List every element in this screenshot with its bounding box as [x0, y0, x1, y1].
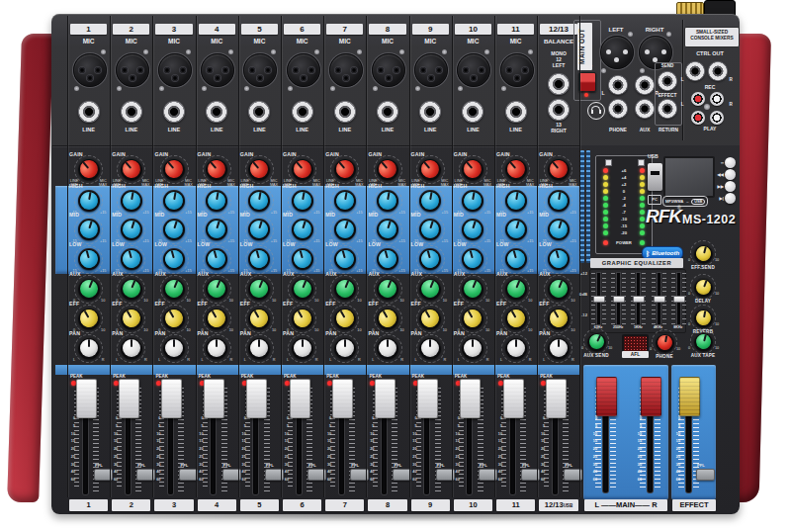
fader-scale-value: 20 — [370, 447, 374, 451]
channel-2-fader-cap[interactable] — [119, 379, 139, 418]
channel-12-13-fader-cap[interactable] — [546, 379, 567, 418]
channel-6-fader-cap[interactable] — [290, 379, 310, 418]
fader-scale-value: 10 — [638, 432, 642, 436]
channel-8-fader-cap[interactable] — [375, 379, 396, 418]
fader-scale-value: 5 — [244, 424, 246, 428]
aux-send-knob[interactable] — [584, 329, 608, 353]
knob-bezel — [78, 158, 100, 180]
fader-scale-value: 30 — [593, 463, 597, 467]
knob-rotor — [507, 339, 525, 357]
knob-scale-max: 10 — [97, 328, 109, 332]
channel-1-fader-cap[interactable] — [76, 379, 97, 418]
fader-scale-value: 15 — [285, 439, 289, 443]
phone-knob[interactable] — [653, 330, 676, 354]
knob-rotor — [121, 248, 142, 270]
master-knob-label: EFF.SEND — [683, 265, 723, 270]
aux-tape-knob[interactable] — [691, 329, 715, 353]
fader-scale-value: 10 — [242, 432, 246, 436]
fader-scale-value: 60 — [242, 478, 246, 482]
knob-scale-max: R — [97, 358, 109, 362]
meter-led-left — [603, 196, 608, 201]
channel-4-fader-cap[interactable] — [204, 379, 224, 418]
knob-scale-max: +15 — [567, 239, 578, 243]
knob-bezel — [163, 278, 185, 300]
mic-label: MIC — [323, 39, 366, 45]
play-pause-button[interactable] — [725, 193, 736, 204]
effect-pfl-button[interactable] — [696, 469, 715, 481]
knob-rotor — [464, 339, 482, 357]
knob-bezel — [587, 332, 606, 351]
knob-scale-min: L — [282, 358, 294, 362]
xlr-pin — [428, 75, 434, 81]
fader-scale-value: 40 — [638, 470, 642, 474]
channel-10-pan-label: PAN — [454, 330, 465, 336]
channel-4-aux-label: AUX — [198, 271, 210, 277]
headphone-icon — [587, 102, 605, 120]
effect-fader-cap[interactable] — [679, 377, 700, 416]
channel-7-fader-cap[interactable] — [332, 379, 353, 418]
fader-scale-value: 40 — [593, 470, 597, 474]
phantom-power-switch[interactable] — [578, 72, 596, 92]
channel-1-aux-label: AUX — [69, 271, 81, 277]
main-left-fader-cap[interactable] — [596, 377, 617, 416]
fader-scale-value: 60 — [71, 478, 75, 482]
mic-label: MIC — [494, 39, 537, 45]
main-right-fader-cap[interactable] — [641, 377, 661, 416]
fader-scale-value: 15 — [541, 439, 545, 443]
fader-scale-value: 15 — [71, 439, 75, 443]
meter-led-left — [603, 217, 608, 222]
knob-bezel — [505, 190, 527, 212]
next-button[interactable] — [725, 181, 736, 192]
xlr-pin — [164, 67, 170, 73]
channel-11-fader-cap[interactable] — [503, 379, 524, 418]
eff-send-knob[interactable] — [691, 241, 715, 265]
knob-cap — [694, 332, 712, 350]
fader-scale-value: 10 — [541, 432, 545, 436]
channel-11-fader-strip: PEAK0510152025304060PFL — [494, 371, 537, 499]
xlr-pin — [351, 67, 357, 73]
fader-scale-value: 20 — [541, 447, 545, 451]
fader-scale-value: 25 — [114, 455, 118, 459]
channel-8-pan-label: PAN — [368, 330, 379, 336]
knob-scale-max: +15 — [97, 211, 109, 215]
knob-scale-max: +15 — [482, 211, 493, 215]
previous-button[interactable] — [725, 169, 736, 180]
mic-label: MIC — [281, 39, 323, 45]
knob-bezel — [78, 308, 100, 329]
line-jack — [163, 101, 185, 123]
repeat-button[interactable] — [725, 157, 736, 168]
knob-cap — [121, 248, 142, 270]
fader-scale-value: 30 — [199, 463, 203, 467]
channel-3-fader-cap[interactable] — [161, 379, 182, 418]
reverb-knob[interactable] — [691, 306, 715, 329]
knob-bezel — [505, 248, 527, 270]
channel-5-fader-cap[interactable] — [246, 379, 267, 418]
mic-xlr-connector — [329, 53, 363, 87]
eq-band-cap[interactable] — [654, 296, 665, 303]
knob-scale-max: MIC MAX — [353, 179, 365, 187]
xlr-pin — [394, 67, 399, 73]
channel-5-input-strip: 5MICLINE — [238, 15, 281, 145]
channel-6-eff-label: EFF — [283, 301, 293, 307]
xlr-pin — [436, 67, 442, 73]
knob-scale-max: 10 — [396, 299, 408, 303]
channel-6-mid-label: MID — [283, 212, 293, 218]
xlr-pin — [420, 67, 426, 73]
knob-cap — [505, 248, 527, 270]
channel-10-fader-cap[interactable] — [460, 379, 481, 418]
fader-scale-value: 5 — [678, 424, 680, 428]
knob-scale-max: 10 — [439, 328, 451, 332]
fader-scale-value: 0 — [201, 416, 203, 420]
eq-band-cap[interactable] — [613, 296, 625, 303]
eq-band-cap[interactable] — [633, 296, 645, 303]
knob-rotor — [249, 191, 270, 212]
xlr-pin — [522, 67, 528, 73]
knob-scale-max: +15 — [353, 269, 365, 273]
eq-band-cap[interactable] — [593, 296, 605, 303]
delay-knob[interactable] — [691, 275, 715, 299]
knob-scale-min: L — [324, 358, 336, 362]
channel-bottom-label: 4 — [198, 499, 236, 511]
fader-scale-value: 0 — [158, 416, 160, 420]
channel-5-low-label: LOW — [240, 241, 253, 247]
channel-9-fader-cap[interactable] — [417, 379, 438, 418]
